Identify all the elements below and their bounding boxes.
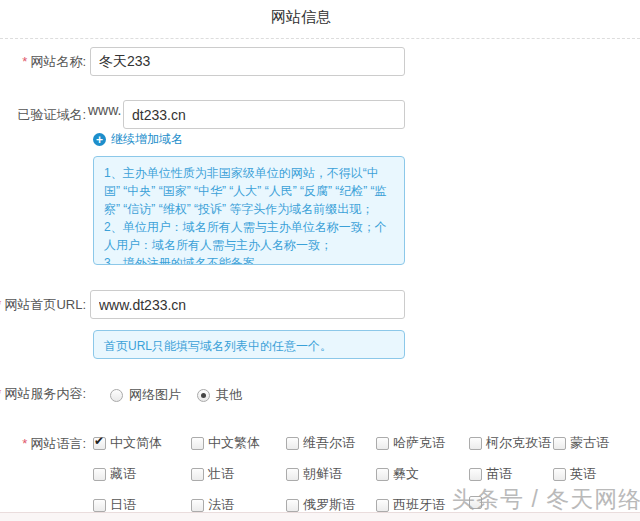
required-mark: * xyxy=(22,54,27,69)
language-label: 哈萨克语 xyxy=(393,434,445,452)
check-icon: ✔ xyxy=(94,435,104,447)
checkbox-icon[interactable] xyxy=(191,437,204,450)
verified-domain-input[interactable] xyxy=(123,100,405,129)
language-option[interactable]: 维吾尔语 xyxy=(286,434,376,452)
required-mark: * xyxy=(0,297,1,312)
radio-label: 网络图片 xyxy=(129,386,181,404)
radio-dot-icon xyxy=(201,393,206,398)
language-option[interactable]: ✔中文简体 xyxy=(93,434,191,452)
homepage-url-input[interactable] xyxy=(90,290,405,319)
bottom-edge-strip xyxy=(0,512,640,521)
add-domain-link[interactable]: + 继续增加域名 xyxy=(93,131,183,148)
service-content-label: * 网站服务内容: xyxy=(0,386,86,401)
service-content-radio[interactable]: 网络图片 xyxy=(110,386,181,404)
language-option[interactable]: 藏语 xyxy=(93,465,191,483)
watermark-text: 头条号 / 冬天网络 xyxy=(452,484,640,515)
domain-tip-line: 3、境外注册的域名不能备案。 xyxy=(104,254,394,265)
checkbox-icon[interactable] xyxy=(191,468,204,481)
checkbox-icon[interactable] xyxy=(469,468,482,481)
domain-rules-tip: 1、主办单位性质为非国家级单位的网站，不得以“中国” “中央” “国家” “中华… xyxy=(93,156,405,265)
required-mark: * xyxy=(22,436,27,451)
checkbox-icon[interactable]: ✔ xyxy=(93,437,106,450)
checkbox-icon[interactable] xyxy=(469,437,482,450)
service-content-options: 网络图片其他 xyxy=(110,386,242,404)
language-option[interactable]: 朝鲜语 xyxy=(286,465,376,483)
language-label: 中文繁体 xyxy=(208,434,260,452)
verified-domain-label-text: 已验证域名: xyxy=(17,106,86,124)
service-content-label-text: 网站服务内容: xyxy=(4,385,86,403)
language-label: 藏语 xyxy=(110,465,136,483)
plus-circle-icon: + xyxy=(93,133,106,146)
page-title: 网站信息 xyxy=(0,8,602,27)
language-label: 壮语 xyxy=(208,465,234,483)
language-option[interactable]: 苗语 xyxy=(469,465,553,483)
language-label: 柯尔克孜语 xyxy=(486,434,551,452)
site-language-label: * 网站语言: xyxy=(0,436,86,451)
required-mark: * xyxy=(0,386,1,401)
language-label: 苗语 xyxy=(486,465,512,483)
checkbox-icon[interactable] xyxy=(286,499,299,512)
add-domain-link-text: 继续增加域名 xyxy=(111,131,183,148)
domain-tip-line: 1、主办单位性质为非国家级单位的网站，不得以“中国” “中央” “国家” “中华… xyxy=(104,164,394,218)
homepage-url-label-text: 网站首页URL: xyxy=(4,296,86,314)
checkbox-icon[interactable] xyxy=(286,468,299,481)
language-option[interactable]: 彝文 xyxy=(376,465,469,483)
homepage-url-tip-text: 首页URL只能填写域名列表中的任意一个。 xyxy=(104,337,394,355)
language-label: 蒙古语 xyxy=(570,434,609,452)
verified-domain-label: 已验证域名: xyxy=(0,100,86,129)
checkbox-icon[interactable] xyxy=(553,468,566,481)
radio-icon[interactable] xyxy=(197,389,210,402)
section-divider xyxy=(0,38,640,39)
radio-label: 其他 xyxy=(216,386,242,404)
homepage-url-label: * 网站首页URL: xyxy=(0,290,86,319)
checkbox-icon[interactable] xyxy=(553,437,566,450)
language-option[interactable]: 中文繁体 xyxy=(191,434,286,452)
checkbox-icon[interactable] xyxy=(286,437,299,450)
language-option[interactable]: 柯尔克孜语 xyxy=(469,434,553,452)
checkbox-icon[interactable] xyxy=(376,499,389,512)
language-label: 中文简体 xyxy=(110,434,162,452)
site-language-label-text: 网站语言: xyxy=(30,435,86,453)
language-label: 维吾尔语 xyxy=(303,434,355,452)
radio-icon[interactable] xyxy=(110,389,123,402)
language-label: 英语 xyxy=(570,465,596,483)
checkbox-icon[interactable] xyxy=(93,499,106,512)
www-prefix: www. xyxy=(88,102,121,118)
language-option[interactable]: 壮语 xyxy=(191,465,286,483)
checkbox-icon[interactable] xyxy=(376,468,389,481)
tip-caret xyxy=(100,156,111,162)
service-content-radio[interactable]: 其他 xyxy=(197,386,242,404)
language-label: 朝鲜语 xyxy=(303,465,342,483)
language-label: 彝文 xyxy=(393,465,419,483)
checkbox-icon[interactable] xyxy=(191,499,204,512)
language-option[interactable]: 英语 xyxy=(553,465,633,483)
site-name-input[interactable] xyxy=(90,47,405,76)
checkbox-icon[interactable] xyxy=(376,437,389,450)
domain-tip-line: 2、单位用户：域名所有人需与主办单位名称一致；个人用户：域名所有人需与主办人名称… xyxy=(104,218,394,254)
language-option[interactable]: 哈萨克语 xyxy=(376,434,469,452)
checkbox-icon[interactable] xyxy=(93,468,106,481)
site-name-label-text: 网站名称: xyxy=(30,53,86,71)
homepage-url-tip: 首页URL只能填写域名列表中的任意一个。 xyxy=(93,330,405,359)
language-option[interactable]: 蒙古语 xyxy=(553,434,633,452)
tip-caret xyxy=(132,330,143,336)
site-name-label: * 网站名称: xyxy=(0,47,86,76)
